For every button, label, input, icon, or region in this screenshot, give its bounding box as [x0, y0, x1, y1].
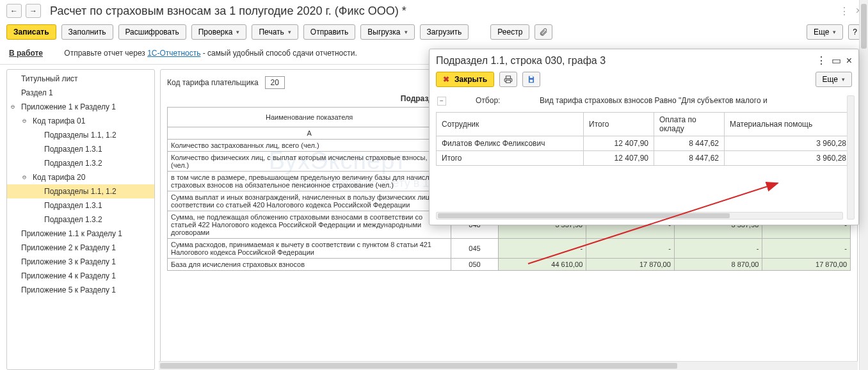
- detail-cell-emp: Филатов Феликс Феликсович: [437, 136, 584, 150]
- popup-save-button[interactable]: [522, 72, 540, 87]
- window-menu-icon[interactable]: ⋮: [839, 5, 849, 17]
- sidebar-item-10[interactable]: Подраздел 1.3.2: [7, 213, 154, 227]
- row-value[interactable]: 8 870,00: [674, 259, 762, 271]
- detail-cell-total: 12 407,90: [584, 150, 654, 165]
- row-name: Сумма расходов, принимаемая к вычету в с…: [168, 239, 451, 259]
- svg-rect-0: [530, 76, 533, 78]
- det-th-aid: Материальная помощь: [725, 112, 852, 136]
- sidebar-item-7[interactable]: Код тарифа 20: [7, 170, 154, 184]
- row-value[interactable]: -: [586, 239, 675, 259]
- more-button[interactable]: Еще: [807, 24, 843, 40]
- sidebar-item-2[interactable]: Приложение 1 к Разделу 1: [7, 100, 154, 114]
- toolbar: Записать Заполнить Расшифровать Проверка…: [0, 22, 868, 45]
- sidebar-item-6[interactable]: Подраздел 1.3.2: [7, 156, 154, 170]
- filter-label: Отбор:: [476, 96, 514, 105]
- row-code: 045: [451, 239, 498, 259]
- sidebar-item-13[interactable]: Приложение 3 к Разделу 1: [7, 255, 154, 269]
- check-button[interactable]: Проверка: [191, 24, 247, 40]
- export-button[interactable]: Выгрузка: [360, 24, 414, 40]
- popup-v-scrollbar[interactable]: [847, 95, 855, 220]
- popup-close-button[interactable]: ✖Закрыть: [436, 72, 494, 87]
- th-sub-a: А: [168, 127, 451, 140]
- detail-table: Сотрудник Итого Оплата по окладу Материа…: [436, 112, 852, 166]
- detail-cell-salary: 8 447,62: [654, 150, 725, 165]
- popup-menu-icon[interactable]: ⋮: [816, 54, 826, 67]
- row-name: в том числе в размере, превышающем преде…: [168, 172, 451, 191]
- row-name: Сумма, не подлежащая обложению страховым…: [168, 211, 451, 239]
- detail-cell-aid: 3 960,28: [725, 150, 852, 165]
- section-sidebar: Титульный листРаздел 1Приложение 1 к Раз…: [6, 69, 155, 370]
- save-button[interactable]: Записать: [6, 24, 56, 40]
- detail-popup: Подраздел 1.1, строка 030, графа 3 ⋮ ▭ ×…: [429, 49, 859, 225]
- sidebar-item-1[interactable]: Раздел 1: [7, 86, 154, 100]
- sidebar-item-11[interactable]: Приложение 1.1 к Разделу 1: [7, 227, 154, 241]
- row-name: Количество физических лиц, с выплат кото…: [168, 152, 451, 172]
- sidebar-item-9[interactable]: Подраздел 1.3.1: [7, 198, 154, 213]
- row-value[interactable]: 44 610,00: [498, 259, 586, 271]
- row-value[interactable]: -: [498, 239, 586, 259]
- page-scrollbar[interactable]: [859, 0, 868, 370]
- sidebar-item-3[interactable]: Код тарифа 01: [7, 114, 154, 128]
- row-value[interactable]: -: [674, 239, 762, 259]
- sidebar-item-15[interactable]: Приложение 5 к Разделу 1: [7, 283, 154, 297]
- sidebar-item-5[interactable]: Подраздел 1.3.1: [7, 142, 154, 156]
- page-title: Расчет по страховым взносам за 1 полугод…: [50, 4, 406, 18]
- detail-cell-total: 12 407,90: [584, 136, 654, 150]
- table-row: Сумма расходов, принимаемая к вычету в с…: [168, 239, 851, 259]
- sidebar-item-0[interactable]: Титульный лист: [7, 72, 154, 86]
- fill-button[interactable]: Заполнить: [61, 24, 113, 40]
- row-value[interactable]: -: [762, 239, 851, 259]
- sidebar-item-8[interactable]: Подразделы 1.1, 1.2: [7, 184, 154, 198]
- popup-print-button[interactable]: [499, 72, 517, 87]
- nav-forward-button[interactable]: →: [26, 4, 41, 18]
- info-text-after: - самый удобный способ сдачи отчетности.: [200, 49, 357, 58]
- popup-title: Подраздел 1.1, строка 030, графа 3: [436, 55, 811, 67]
- detail-cell-emp: Итого: [437, 150, 584, 165]
- row-value[interactable]: 17 870,00: [762, 259, 851, 271]
- sidebar-item-4[interactable]: Подразделы 1.1, 1.2: [7, 128, 154, 142]
- paperclip-icon: [539, 28, 548, 36]
- tariff-code[interactable]: 20: [265, 76, 285, 89]
- attach-button[interactable]: [534, 24, 552, 40]
- popup-more-button[interactable]: Еще: [816, 72, 852, 87]
- send-button[interactable]: Отправить: [303, 24, 356, 40]
- status-label[interactable]: В работе: [9, 49, 43, 58]
- info-text-before: Отправьте отчет через: [64, 49, 147, 58]
- filter-text: Вид тарифа страховых взносов Равно "Для …: [540, 96, 768, 105]
- sidebar-item-14[interactable]: Приложение 4 к Разделу 1: [7, 269, 154, 283]
- printer-icon: [504, 75, 513, 84]
- popup-close-icon[interactable]: ×: [846, 55, 852, 67]
- print-button[interactable]: Печать: [252, 24, 298, 40]
- table-row: База для исчисления страховых взносов050…: [168, 259, 851, 271]
- row-name: База для исчисления страховых взносов: [168, 259, 451, 271]
- decode-button[interactable]: Расшифровать: [118, 24, 186, 40]
- tariff-label: Код тарифа плательщика: [167, 78, 259, 87]
- det-th-salary: Оплата по окладу: [654, 112, 725, 136]
- sidebar-item-12[interactable]: Приложение 2 к Разделу 1: [7, 241, 154, 255]
- detail-row: Филатов Феликс Феликсович12 407,908 447,…: [437, 136, 852, 150]
- det-th-emp: Сотрудник: [437, 112, 584, 136]
- collapse-icon[interactable]: −: [437, 97, 446, 106]
- nav-back-button[interactable]: ←: [6, 4, 22, 18]
- row-name: Количество застрахованных лиц, всего (че…: [168, 140, 451, 152]
- detail-row: Итого12 407,908 447,623 960,28: [437, 150, 852, 165]
- row-code: 050: [451, 259, 498, 271]
- registry-button[interactable]: Реестр: [490, 24, 529, 40]
- detail-cell-aid: 3 960,28: [725, 136, 852, 150]
- diskette-icon: [527, 75, 536, 84]
- info-link[interactable]: 1С-Отчетность: [147, 49, 200, 58]
- row-value[interactable]: 17 870,00: [586, 259, 675, 271]
- import-button[interactable]: Загрузить: [420, 24, 469, 40]
- detail-cell-salary: 8 447,62: [654, 136, 725, 150]
- row-name: Сумма выплат и иных вознаграждений, начи…: [168, 191, 451, 211]
- th-name: Наименование показателя: [168, 108, 451, 127]
- content-h-scrollbar[interactable]: [159, 361, 858, 370]
- det-th-total: Итого: [584, 112, 654, 136]
- popup-h-scrollbar[interactable]: [436, 212, 843, 220]
- svg-rect-1: [530, 80, 533, 82]
- popup-max-icon[interactable]: ▭: [832, 54, 841, 67]
